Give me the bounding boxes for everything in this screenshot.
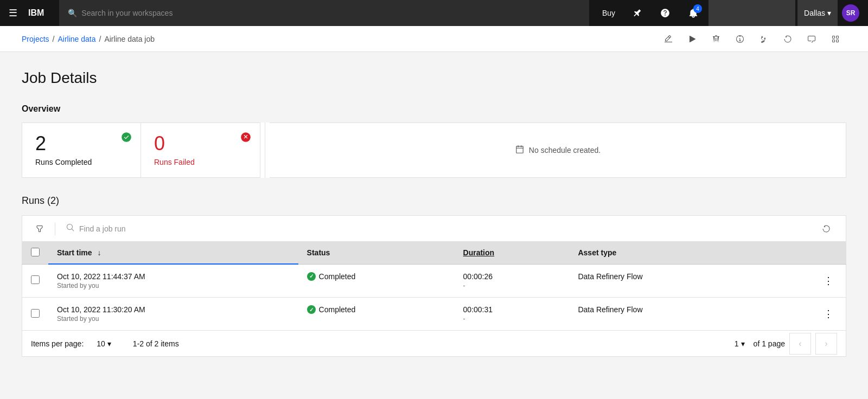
fork-button[interactable]	[753, 28, 775, 50]
overview-cards: 2 Runs Completed 0 Runs Failed No schedu…	[22, 123, 846, 178]
top-navigation: ☰ IBM 🔍 Buy 4 Dallas ▾ SR	[0, 0, 868, 26]
toolbar-separator	[55, 222, 55, 235]
runs-completed-label: Runs Completed	[35, 158, 127, 166]
items-per-page-select[interactable]: 10 ▾	[92, 337, 116, 350]
duration-column[interactable]: Duration	[455, 242, 570, 265]
select-all-checkbox[interactable]	[31, 248, 40, 256]
completed-status-dot-2	[307, 305, 316, 314]
runs-table: Start time ↓ Status Duration Asset type	[22, 241, 846, 331]
refresh-button[interactable]	[815, 218, 837, 240]
overview-section: Overview 2 Runs Completed 0 Runs Failed	[22, 104, 846, 178]
delete-button[interactable]	[705, 28, 727, 50]
total-pages: of 1 page	[754, 339, 785, 348]
runs-completed-count: 2	[35, 134, 127, 153]
info-button[interactable]	[729, 28, 751, 50]
runs-failed-count: 0	[154, 134, 247, 153]
table-header-row: Start time ↓ Status Duration Asset type	[22, 242, 846, 265]
runs-failed-label: Runs Failed	[154, 158, 247, 166]
completed-status-dot	[307, 272, 316, 281]
search-icon: 🔍	[68, 9, 77, 17]
row-2-overflow: ⋮	[763, 298, 846, 331]
asset-type-column: Asset type	[569, 242, 763, 265]
page-number-select[interactable]: 1 ▾	[730, 337, 749, 350]
page-title: Job Details	[22, 69, 846, 87]
overview-title: Overview	[22, 104, 846, 114]
table-toolbar	[22, 215, 846, 241]
breadcrumb-sep-1: /	[53, 35, 55, 43]
row-2-overflow-menu-button[interactable]: ⋮	[820, 305, 837, 323]
table-row: Oct 10, 2022 11:44:37 AM Started by you …	[22, 264, 846, 298]
breadcrumb-bar: Projects / Airline data / Airline data j…	[0, 26, 868, 52]
search-workspace-bar[interactable]	[709, 0, 795, 26]
table-row: Oct 10, 2022 11:30:20 AM Started by you …	[22, 298, 846, 331]
items-count: 1-2 of 2 items	[133, 339, 179, 348]
ibm-logo: IBM	[28, 8, 44, 18]
main-content: Job Details Overview 2 Runs Completed 0 …	[0, 52, 868, 399]
runs-failed-card: 0 Runs Failed	[141, 123, 260, 178]
no-schedule-message: No schedule created.	[529, 146, 601, 155]
calendar-icon	[515, 145, 525, 156]
row-2-duration: 00:00:31 -	[455, 298, 570, 331]
restore-button[interactable]	[777, 28, 799, 50]
row-1-checkbox-cell[interactable]	[22, 264, 49, 298]
failed-icon	[240, 132, 251, 145]
row-1-start-time: Oct 10, 2022 11:44:37 AM Started by you	[48, 264, 298, 298]
table-pagination: Items per page: 10 ▾ 1-2 of 2 items 1 ▾ …	[22, 331, 846, 357]
toolbar-search	[62, 223, 811, 234]
comment-button[interactable]	[801, 28, 822, 50]
breadcrumb-actions	[658, 28, 846, 50]
completed-icon	[121, 132, 132, 145]
overview-divider	[265, 123, 265, 178]
actions-column	[763, 242, 846, 265]
breadcrumb-projects[interactable]: Projects	[22, 35, 49, 43]
avatar[interactable]: SR	[842, 4, 859, 22]
items-per-page-label: Items per page:	[31, 339, 84, 348]
nav-right: Buy 4 Dallas ▾ SR	[596, 0, 859, 26]
runs-section: Runs (2)	[22, 195, 846, 357]
status-column: Status	[298, 242, 455, 265]
select-all-column[interactable]	[22, 242, 49, 265]
edit-button[interactable]	[658, 28, 679, 50]
runs-section-title: Runs (2)	[22, 195, 846, 207]
row-2-checkbox[interactable]	[31, 309, 40, 318]
previous-page-button[interactable]: ‹	[789, 333, 811, 355]
row-1-status: Completed	[298, 264, 455, 298]
schedule-card: No schedule created.	[270, 123, 846, 178]
row-1-duration: 00:00:26 -	[455, 264, 570, 298]
sort-down-icon: ↓	[97, 248, 101, 257]
runs-completed-card: 2 Runs Completed	[22, 123, 141, 178]
buy-button[interactable]: Buy	[596, 9, 622, 17]
breadcrumb-airline-data[interactable]: Airline data	[58, 35, 95, 43]
region-selector[interactable]: Dallas ▾	[797, 0, 838, 26]
breadcrumb-sep-2: /	[99, 35, 101, 43]
row-2-status: Completed	[298, 298, 455, 331]
row-1-asset-type: Data Refinery Flow	[569, 264, 763, 298]
notifications-icon-button[interactable]: 4	[680, 0, 706, 26]
row-1-checkbox[interactable]	[31, 275, 40, 284]
page-select-chevron-icon: ▾	[741, 339, 745, 348]
job-run-search-input[interactable]	[79, 224, 807, 233]
pin-icon-button[interactable]	[624, 0, 650, 26]
chevron-down-icon: ▾	[827, 9, 831, 17]
notification-badge: 4	[693, 4, 702, 13]
per-page-chevron-icon: ▾	[107, 339, 111, 348]
row-1-overflow: ⋮	[763, 264, 846, 298]
row-2-checkbox-cell[interactable]	[22, 298, 49, 331]
toolbar-search-icon	[66, 223, 75, 234]
svg-point-0	[122, 132, 131, 142]
breadcrumb-current: Airline data job	[104, 35, 155, 43]
run-button[interactable]	[681, 28, 703, 50]
region-label: Dallas	[804, 9, 825, 17]
next-page-button[interactable]: ›	[815, 333, 837, 355]
pagination-right: 1 ▾ of 1 page ‹ ›	[730, 333, 837, 355]
start-time-column[interactable]: Start time ↓	[48, 242, 298, 265]
grid-button[interactable]	[825, 28, 846, 50]
global-search-bar[interactable]: 🔍	[59, 0, 589, 26]
filter-button[interactable]	[31, 220, 48, 237]
row-2-asset-type: Data Refinery Flow	[569, 298, 763, 331]
help-icon-button[interactable]	[652, 0, 678, 26]
row-1-overflow-menu-button[interactable]: ⋮	[820, 272, 837, 289]
search-input[interactable]	[81, 9, 580, 17]
menu-icon[interactable]: ☰	[9, 7, 17, 19]
breadcrumb: Projects / Airline data / Airline data j…	[22, 35, 155, 43]
